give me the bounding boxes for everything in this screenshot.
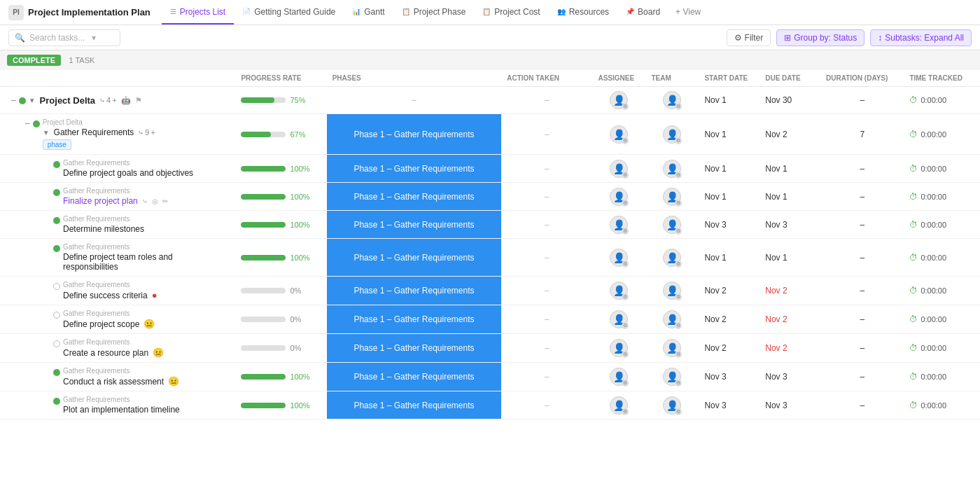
start-date-cell: Nov 2 — [699, 305, 760, 334]
task-parent-label: Gather Requirements — [63, 367, 179, 375]
add-subtask-icon[interactable]: + — [112, 96, 116, 104]
task-name-row: Create a resource plan 😐 — [63, 347, 164, 358]
tab-getting-started[interactable]: 📄 Getting Started Guide — [234, 0, 344, 25]
status-dot — [19, 97, 26, 104]
app-logo-icon: PI — [8, 5, 24, 20]
time-icon: ⏱ — [909, 95, 918, 105]
progress-pct: 75% — [290, 96, 305, 104]
expand-arrow[interactable]: ▼ — [43, 129, 50, 137]
time-tracked-cell: ⏱ 0:00:00 — [904, 183, 980, 211]
task-parent-label: Gather Requirements — [63, 243, 230, 251]
task-name-row: Define project scope 😐 — [63, 319, 155, 329]
col-header-team: TEAM — [645, 70, 699, 87]
tab-board[interactable]: 📌 Board — [617, 0, 668, 25]
add-subtask-icon[interactable]: + — [150, 128, 155, 137]
duration-cell: 7 — [820, 114, 904, 155]
edit-icon[interactable]: ✏ — [162, 197, 168, 205]
progress-bar-fill — [241, 166, 286, 172]
team-cell: 👤 ⚙ — [645, 305, 699, 334]
progress-pct: 100% — [290, 254, 309, 262]
phase-cell: Phase 1 – Gather Requirements — [327, 239, 502, 277]
avatar-gear-icon: ⚙ — [622, 261, 629, 268]
status-dot — [53, 398, 60, 405]
col-header-phases: PHASES — [327, 70, 502, 87]
due-date-value: Nov 3 — [765, 372, 787, 382]
avatar-gear-icon: ⚙ — [622, 293, 629, 300]
due-date-cell: Nov 3 — [760, 211, 820, 239]
action-taken-cell: – — [501, 211, 592, 239]
task-name-cell: Gather Requirements Plot an implementati… — [0, 391, 235, 419]
team-cell: 👤 ⚙ — [645, 334, 699, 363]
tab-resources[interactable]: 👥 Resources — [549, 0, 617, 25]
phase-cell: Phase 1 – Gather Requirements — [327, 363, 502, 391]
avatar-gear-icon: ⚙ — [675, 200, 682, 207]
due-date-value: Nov 3 — [765, 401, 787, 410]
time-icon: ⏱ — [909, 372, 918, 382]
col-header-action: ACTION TAKEN — [501, 70, 592, 87]
progress-cell: 100% — [235, 363, 326, 391]
tab-label-board: Board — [638, 7, 660, 17]
due-date-cell: Nov 2 — [760, 334, 820, 363]
progress-bar-wrap: 100% — [241, 254, 321, 262]
duration-cell: – — [820, 334, 904, 363]
progress-pct: 0% — [290, 315, 301, 324]
time-tracked-cell: ⏱ 0:00:00 — [904, 277, 980, 305]
action-taken-cell: – — [501, 334, 592, 363]
progress-bar-bg — [241, 132, 286, 137]
progress-cell: 100% — [235, 211, 326, 239]
avatar-gear-icon: ⚙ — [622, 351, 629, 358]
tab-add-view[interactable]: + View — [668, 0, 708, 25]
status-emoji: 😐 — [144, 319, 155, 329]
status-dot — [53, 283, 60, 290]
tab-project-phase[interactable]: 📋 Project Phase — [393, 0, 475, 25]
avatar: 👤 ⚙ — [663, 396, 681, 415]
search-dropdown-icon[interactable]: ▾ — [92, 33, 96, 43]
table-row: Gather Requirements Finalize project pla… — [0, 183, 980, 211]
progress-bar-bg — [241, 194, 286, 200]
progress-cell: 100% — [235, 183, 326, 211]
assignee-cell: 👤 ⚙ — [592, 305, 645, 334]
due-date-value: Nov 2 — [765, 286, 787, 296]
filter-button[interactable]: ⚙ Filter — [727, 29, 771, 46]
phase-cell: Phase 1 – Gather Requirements — [327, 211, 502, 239]
progress-bar-fill — [241, 255, 286, 261]
avatar-gear-icon: ⚙ — [675, 293, 682, 300]
flag-icon: ⚑ — [135, 96, 142, 105]
table-row: Gather Requirements Create a resource pl… — [0, 334, 980, 363]
tab-projects-list[interactable]: ☰ Projects List — [162, 0, 234, 25]
avatar: 👤 ⚙ — [663, 160, 681, 178]
status-dot — [53, 189, 60, 196]
task-rows: – ▼ Project Delta ⤷4 + 🤖 ⚑ 75% — [0, 87, 980, 419]
task-parent-label: Gather Requirements — [63, 215, 144, 223]
tab-label-resources: Resources — [569, 7, 609, 17]
filter-label: Filter — [745, 33, 764, 43]
action-taken-cell: – — [501, 183, 592, 211]
time-tracked-value: ⏱ 0:00:00 — [909, 220, 974, 230]
avatar-gear-icon: ⚙ — [622, 228, 629, 235]
progress-bar-bg — [241, 255, 286, 261]
task-name: Conduct a risk assessment — [63, 377, 164, 387]
tab-project-cost[interactable]: 📋 Project Cost — [474, 0, 548, 25]
tab-label-project-phase: Project Phase — [414, 7, 466, 17]
subtasks-button[interactable]: ↕ Subtasks: Expand All — [870, 29, 972, 46]
expand-arrow[interactable]: ▼ — [29, 97, 36, 104]
search-box[interactable]: 🔍 Search tasks... ▾ — [8, 29, 120, 46]
progress-pct: 100% — [290, 221, 309, 229]
task-name[interactable]: Finalize project plan — [63, 196, 138, 206]
tab-gantt[interactable]: 📊 Gantt — [344, 0, 393, 25]
task-name: Create a resource plan — [63, 348, 148, 358]
progress-cell: 100% — [235, 391, 326, 419]
avatar: 👤 ⚙ — [663, 91, 681, 109]
group-by-button[interactable]: ⊞ Group by: Status — [776, 29, 864, 46]
collapse-button[interactable]: – — [11, 95, 16, 105]
assignee-cell: 👤 ⚙ — [592, 87, 645, 114]
start-date-cell: Nov 2 — [699, 334, 760, 363]
progress-bar-fill — [241, 222, 286, 228]
subtask-icon: ⤷ — [99, 97, 105, 104]
subtasks-icon: ↕ — [878, 33, 882, 43]
time-icon: ⏱ — [909, 401, 918, 410]
due-date-value: Nov 1 — [765, 192, 787, 202]
duration-cell: – — [820, 183, 904, 211]
action-taken-cell: – — [501, 277, 592, 305]
collapse-button[interactable]: – — [25, 118, 30, 128]
